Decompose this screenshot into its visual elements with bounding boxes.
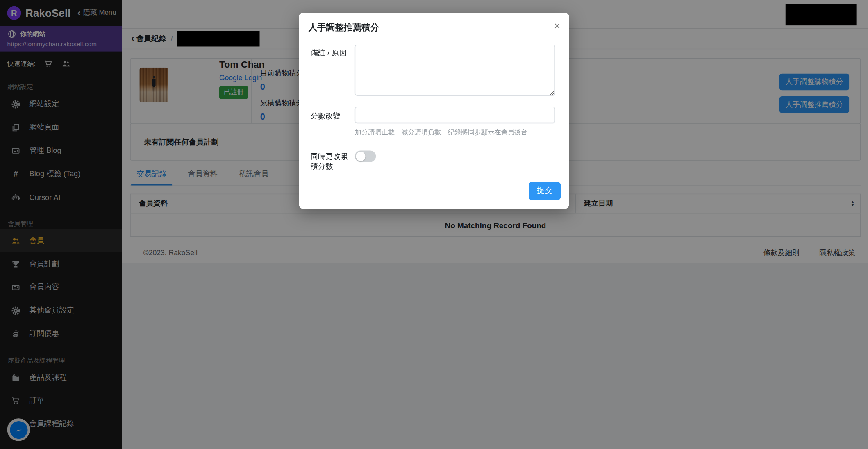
modal-body: 備註 / 原因 分數改變 加分請填正數，減分請填負數。紀錄將同步顯示在會員後台 … bbox=[299, 39, 569, 172]
close-icon[interactable]: × bbox=[554, 22, 560, 30]
remark-textarea[interactable] bbox=[355, 45, 555, 95]
toggle-knob bbox=[356, 152, 366, 161]
score-helper-text: 加分請填正數，減分請填負數。紀錄將同步顯示在會員後台 bbox=[355, 128, 555, 137]
modal-footer: 提交 bbox=[529, 182, 561, 200]
score-change-label: 分數改變 bbox=[311, 107, 355, 137]
toggle-label: 同時更改累積分數 bbox=[311, 148, 355, 172]
adjust-referral-points-modal: 人手調整推薦積分 × 備註 / 原因 分數改變 加分請填正數，減分請填負數。紀錄… bbox=[299, 13, 569, 209]
remark-label: 備註 / 原因 bbox=[311, 45, 355, 95]
modal-title: 人手調整推薦積分 bbox=[308, 22, 379, 34]
submit-button[interactable]: 提交 bbox=[529, 182, 561, 200]
score-change-input[interactable] bbox=[355, 107, 555, 124]
accumulated-points-toggle[interactable] bbox=[355, 150, 376, 162]
app-root: R RakoSell ‹ 隱藏 Menu 你的網站 https://tommyc… bbox=[0, 0, 868, 449]
modal-header: 人手調整推薦積分 × bbox=[299, 13, 569, 39]
